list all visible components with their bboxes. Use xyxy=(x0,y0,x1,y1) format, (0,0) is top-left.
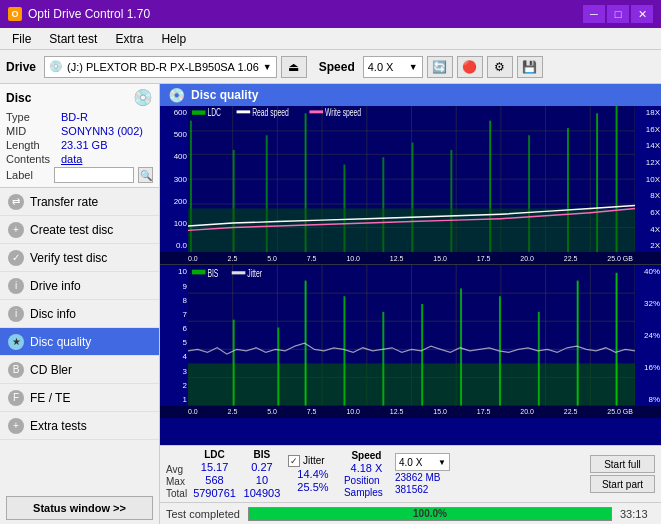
svg-rect-60 xyxy=(616,273,618,406)
menu-bar: File Start test Extra Help xyxy=(0,28,661,50)
nav-fe-te-label: FE / TE xyxy=(30,391,70,405)
svg-rect-59 xyxy=(577,281,579,406)
type-value: BD-R xyxy=(61,111,88,123)
disc-panel-title: Disc xyxy=(6,91,31,105)
nav-create-test-label: Create test disc xyxy=(30,223,113,237)
label-input[interactable] xyxy=(54,167,134,183)
progress-bar-container: Test completed 100.0% 33:13 xyxy=(160,502,661,524)
svg-rect-33 xyxy=(309,110,323,113)
stats-bar: AvgMaxTotal LDC 15.17 568 5790761 BIS 0.… xyxy=(160,445,661,502)
extra-tests-icon: + xyxy=(8,418,24,434)
bis-max: 10 xyxy=(242,474,282,486)
app-icon: O xyxy=(8,7,22,21)
nav-disc-quality[interactable]: ★ Disc quality xyxy=(0,328,159,356)
bottom-x-labels: 0.02.55.07.510.012.515.017.520.022.525.0… xyxy=(160,406,661,418)
save-button[interactable]: 💾 xyxy=(517,56,543,78)
position-label: Position xyxy=(344,475,389,486)
fe-te-icon: F xyxy=(8,390,24,406)
type-key: Type xyxy=(6,111,61,123)
top-chart-wrapper: 6005004003002001000.0 xyxy=(160,106,661,265)
disc-info-icon: i xyxy=(8,306,24,322)
svg-rect-55 xyxy=(421,304,423,406)
start-full-button[interactable]: Start full xyxy=(590,455,655,473)
jitter-checkbox[interactable]: ✓ xyxy=(288,455,300,467)
length-key: Length xyxy=(6,139,61,151)
contents-value[interactable]: data xyxy=(61,153,82,165)
progress-track: 100.0% xyxy=(248,507,612,521)
svg-rect-51 xyxy=(277,328,279,406)
samples-value: 381562 xyxy=(395,484,450,495)
bottom-y-labels-left: 10987654321 xyxy=(160,265,188,406)
drive-name: (J:) PLEXTOR BD-R PX-LB950SA 1.06 xyxy=(67,61,259,73)
nav-extra-tests-label: Extra tests xyxy=(30,419,87,433)
cd-bler-icon: B xyxy=(8,362,24,378)
top-y-labels-right: 18X16X14X12X10X8X6X4X2X xyxy=(635,106,661,252)
svg-text:Write speed: Write speed xyxy=(325,107,361,119)
menu-help[interactable]: Help xyxy=(153,30,194,48)
settings-button[interactable]: ⚙ xyxy=(487,56,513,78)
nav-transfer-rate[interactable]: ⇄ Transfer rate xyxy=(0,188,159,216)
main-layout: Disc 💿 Type BD-R MID SONYNN3 (002) Lengt… xyxy=(0,84,661,524)
bottom-chart-plot: BIS Jitter xyxy=(188,265,635,406)
samples-label: Samples xyxy=(344,487,389,498)
menu-file[interactable]: File xyxy=(4,30,39,48)
menu-start-test[interactable]: Start test xyxy=(41,30,105,48)
speed-value: 4.0 X xyxy=(368,61,394,73)
nav-extra-tests[interactable]: + Extra tests xyxy=(0,412,159,440)
svg-rect-61 xyxy=(192,270,206,275)
bis-total: 104903 xyxy=(242,487,282,499)
nav-drive-info[interactable]: i Drive info xyxy=(0,272,159,300)
drive-label: Drive xyxy=(6,60,36,74)
nav-items: ⇄ Transfer rate + Create test disc ✓ Ver… xyxy=(0,188,159,492)
ldc-avg: 15.17 xyxy=(193,461,236,473)
svg-rect-58 xyxy=(538,312,540,406)
disc-panel-icon: 💿 xyxy=(133,88,153,107)
ldc-max: 568 xyxy=(193,474,236,486)
nav-fe-te[interactable]: F FE / TE xyxy=(0,384,159,412)
nav-disc-info[interactable]: i Disc info xyxy=(0,300,159,328)
sidebar: Disc 💿 Type BD-R MID SONYNN3 (002) Lengt… xyxy=(0,84,160,524)
label-search-button[interactable]: 🔍 xyxy=(138,167,153,183)
speed-avg: 4.18 X xyxy=(344,462,389,474)
nav-verify-test-disc[interactable]: ✓ Verify test disc xyxy=(0,244,159,272)
start-buttons: Start full Start part xyxy=(590,455,655,493)
disc-panel: Disc 💿 Type BD-R MID SONYNN3 (002) Lengt… xyxy=(0,84,159,188)
nav-cd-bler[interactable]: B CD Bler xyxy=(0,356,159,384)
maximize-button[interactable]: □ xyxy=(607,5,629,23)
speed-dropdown-icon: ▼ xyxy=(409,62,418,72)
nav-cd-bler-label: CD Bler xyxy=(30,363,72,377)
disc-quality-header-icon: 💿 xyxy=(168,87,185,103)
toolbar: Drive 💿 (J:) PLEXTOR BD-R PX-LB950SA 1.0… xyxy=(0,50,661,84)
svg-rect-29 xyxy=(192,110,206,114)
speed-select-val: 4.0 X xyxy=(399,457,422,468)
minimize-button[interactable]: ─ xyxy=(583,5,605,23)
verify-test-icon: ✓ xyxy=(8,250,24,266)
drive-icon: 💿 xyxy=(49,60,63,73)
drive-info-icon: i xyxy=(8,278,24,294)
nav-transfer-rate-label: Transfer rate xyxy=(30,195,98,209)
refresh-button[interactable]: 🔄 xyxy=(427,56,453,78)
svg-rect-31 xyxy=(237,110,251,113)
jitter-max: 25.5% xyxy=(288,481,338,493)
drive-selector[interactable]: 💿 (J:) PLEXTOR BD-R PX-LB950SA 1.06 ▼ xyxy=(44,56,277,78)
speed-selector[interactable]: 4.0 X ▼ xyxy=(363,56,423,78)
status-window-button[interactable]: Status window >> xyxy=(6,496,153,520)
bis-column: BIS 0.27 10 104903 xyxy=(242,449,282,499)
svg-text:LDC: LDC xyxy=(207,107,221,119)
speed-select-column: 4.0 X ▼ 23862 MB 381562 xyxy=(395,453,450,495)
burn-button[interactable]: 🔴 xyxy=(457,56,483,78)
bis-avg: 0.27 xyxy=(242,461,282,473)
top-y-labels-left: 6005004003002001000.0 xyxy=(160,106,188,252)
close-button[interactable]: ✕ xyxy=(631,5,653,23)
svg-rect-53 xyxy=(343,297,345,406)
eject-button[interactable]: ⏏ xyxy=(281,56,307,78)
menu-extra[interactable]: Extra xyxy=(107,30,151,48)
bottom-y-labels-right: 40%32%24%16%8% xyxy=(635,265,661,406)
speed-select-display[interactable]: 4.0 X ▼ xyxy=(395,453,450,471)
nav-create-test-disc[interactable]: + Create test disc xyxy=(0,216,159,244)
speed-column: Speed 4.18 X Position Samples xyxy=(344,450,389,498)
disc-quality-icon: ★ xyxy=(8,334,24,350)
charts-container: 6005004003002001000.0 xyxy=(160,106,661,445)
content-area: 💿 Disc quality 6005004003002001000.0 xyxy=(160,84,661,524)
start-part-button[interactable]: Start part xyxy=(590,475,655,493)
